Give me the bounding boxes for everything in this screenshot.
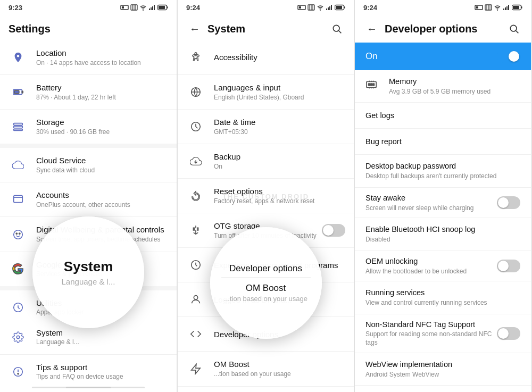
back-button-system[interactable]: ← — [186, 20, 203, 37]
dev-item-nfc[interactable]: Non-Standard NFC Tag Support Support for… — [355, 314, 531, 353]
list-item-wellbeing[interactable]: Digital Wellbeing & parental controls Sc… — [0, 219, 177, 249]
oem-primary: OEM unlocking — [365, 256, 497, 266]
list-item-accounts[interactable]: Accounts OnePlus account, other accounts — [0, 185, 177, 214]
svg-rect-64 — [508, 5, 509, 10]
system-list-icon — [9, 328, 28, 347]
list-item-otg[interactable]: OTG storage Turn off after 10 minutes of… — [178, 215, 354, 245]
otg-toggle[interactable] — [322, 224, 345, 237]
list-item-tips[interactable]: Tips & support Tips and FAQ on device us… — [0, 357, 177, 387]
oem-toggle[interactable] — [497, 260, 520, 272]
bugreport-primary: Bug report — [365, 137, 520, 147]
experience-primary: Experience improvement programs — [214, 260, 345, 271]
divider-a8 — [178, 316, 354, 317]
dev-item-bugreport[interactable]: Bug report — [355, 129, 531, 154]
backup-primary: Backup — [214, 152, 345, 162]
dev-item-memory[interactable]: Memory Avg 3.9 GB of 5.9 GB memory used — [355, 70, 531, 102]
storage-primary: Storage — [36, 117, 168, 128]
memory-text-container: Memory Avg 3.9 GB of 5.9 GB memory used — [389, 77, 491, 96]
dev-item-getlogs[interactable]: Get logs — [355, 103, 531, 128]
user-icon — [186, 290, 205, 309]
time-1: 9:23 — [9, 4, 22, 12]
list-item-backup[interactable]: Backup On — [178, 146, 354, 176]
list-item-loggedin[interactable]: Logged in as Dhana... — [178, 285, 354, 314]
system-title: System — [207, 23, 328, 35]
divider-4 — [0, 216, 177, 217]
stayawake-text-container: Stay awake Screen will never sleep while… — [365, 193, 497, 212]
divider-a9 — [178, 351, 354, 352]
dev-item-bluetooth[interactable]: Enable Bluetooth HCI snoop log Disabled — [355, 218, 531, 250]
svg-rect-71 — [369, 84, 370, 86]
cloud-text: Cloud Service Sync data with cloud — [36, 155, 168, 174]
otg-secondary: Turn off after 10 minutes of inactivity — [214, 232, 322, 240]
svg-rect-1 — [122, 6, 124, 9]
memory-icon — [365, 79, 380, 94]
list-item-location[interactable]: Location On · 14 apps have access to loc… — [0, 43, 177, 72]
cloud-secondary: Sync data with cloud — [36, 166, 168, 175]
svg-rect-36 — [326, 9, 327, 10]
list-item-reset[interactable]: Reset options Factory reset, apps & netw… — [178, 181, 354, 211]
toolbar-developer: ← Developer options — [355, 15, 531, 43]
list-item-system[interactable]: System Language & l... — [0, 322, 177, 352]
language-icon — [186, 82, 205, 102]
boost-text: OM Boost ...tion based on your usage — [214, 359, 345, 378]
location-primary: Location — [36, 48, 168, 59]
svg-rect-38 — [329, 6, 330, 10]
svg-rect-55 — [476, 6, 478, 9]
developer-list[interactable]: Memory Avg 3.9 GB of 5.9 GB memory used … — [355, 70, 531, 392]
oem-text-container: OEM unlocking Allow the bootloader to be… — [365, 256, 497, 276]
accounts-text: Accounts OnePlus account, other accounts — [36, 190, 168, 209]
oem-secondary: Allow the bootloader to be unlocked — [365, 268, 497, 276]
backup-text: Backup On — [214, 152, 345, 171]
battery-primary: Battery — [36, 82, 168, 93]
list-item-developer[interactable]: Developer options — [178, 319, 354, 349]
divider-1 — [0, 74, 177, 75]
nfc-icon-2 — [297, 4, 306, 11]
svg-point-28 — [18, 373, 19, 374]
settings-list[interactable]: Location On · 14 apps have access to loc… — [0, 43, 177, 392]
system-list[interactable]: Accessibility Languages & input English … — [178, 43, 354, 392]
list-item-utilities[interactable]: Utilities Apps, app locker — [0, 293, 177, 322]
list-item-updates[interactable]: System updates — [178, 389, 354, 392]
dev-item-desktopbackup[interactable]: Desktop backup password Desktop full bac… — [355, 155, 531, 187]
list-item-languages[interactable]: Languages & input English (United States… — [178, 77, 354, 107]
list-item-cloud[interactable]: Cloud Service Sync data with cloud — [0, 150, 177, 180]
stayawake-toggle[interactable] — [497, 196, 520, 209]
dev-item-webview[interactable]: WebView implementation Android System We… — [355, 353, 531, 385]
list-item-experience[interactable]: Experience improvement programs — [178, 250, 354, 280]
battery-icon-2 — [335, 4, 345, 11]
dev-item-running[interactable]: Running services View and control curren… — [355, 281, 531, 313]
search-button-system[interactable] — [328, 20, 345, 37]
developer-on-toggle[interactable] — [497, 50, 520, 63]
list-item-boost[interactable]: OM Boost ...tion based on your usage — [178, 354, 354, 383]
wellbeing-text: Digital Wellbeing & parental controls Sc… — [36, 224, 168, 244]
accessibility-primary: Accessibility — [214, 52, 345, 63]
list-item-datetime[interactable]: Date & time GMT+05:30 — [178, 112, 354, 141]
list-item-battery[interactable]: Battery 87% · About 1 day, 22 hr left — [0, 77, 177, 107]
nfc-tag-toggle[interactable] — [497, 327, 520, 340]
status-icons-3 — [475, 4, 522, 11]
svg-rect-9 — [152, 6, 153, 10]
svg-point-22 — [14, 230, 23, 239]
panel-developer: 9:24 ← Developer options On Memo — [354, 0, 531, 392]
list-item-storage[interactable]: Storage 30% used · 90.16 GB free — [0, 112, 177, 141]
svg-point-49 — [194, 296, 197, 299]
developer-icon — [186, 324, 205, 344]
languages-primary: Languages & input — [214, 82, 345, 93]
signal-icon — [148, 4, 156, 11]
list-item-accessibility[interactable]: Accessibility — [178, 43, 354, 72]
section-divider-2 — [0, 286, 177, 290]
divider-a6 — [178, 247, 354, 248]
list-item-google[interactable]: Google Services & preferences — [0, 254, 177, 284]
reset-secondary: Factory reset, apps & network reset — [214, 197, 345, 206]
dev-item-oem[interactable]: OEM unlocking Allow the bootloader to be… — [355, 251, 531, 281]
time-3: 9:24 — [363, 4, 377, 12]
accounts-list-icon — [9, 190, 28, 209]
signal-icon-2 — [326, 4, 333, 11]
search-button-developer[interactable] — [505, 20, 522, 37]
battery-icon-3 — [512, 4, 522, 11]
back-button-developer[interactable]: ← — [363, 20, 380, 37]
svg-rect-13 — [167, 6, 168, 9]
cloud-list-icon — [9, 155, 28, 174]
svg-rect-10 — [154, 5, 155, 10]
dev-item-stayawake[interactable]: Stay awake Screen will never sleep while… — [355, 188, 531, 218]
